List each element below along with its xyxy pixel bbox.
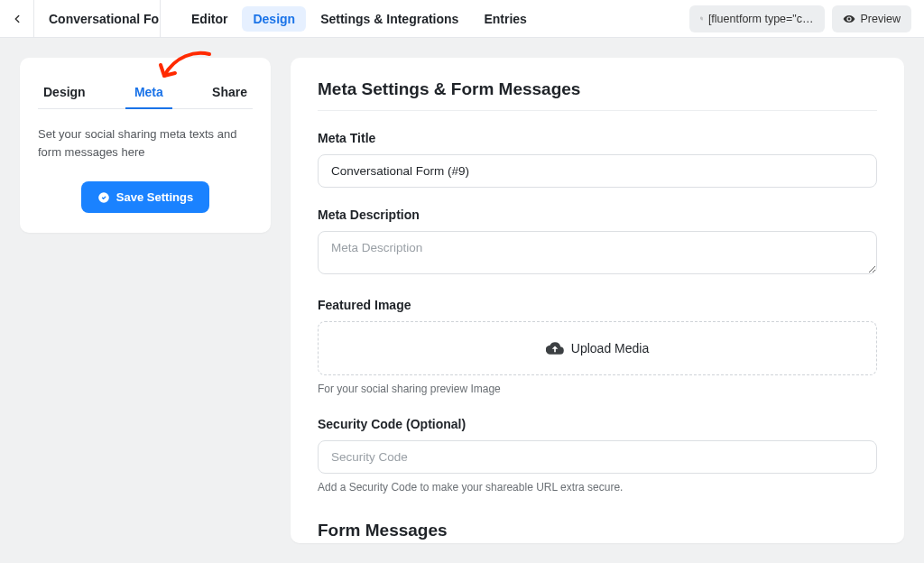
nav-entries[interactable]: Entries bbox=[473, 6, 537, 32]
top-nav: Editor Design Settings & Integrations En… bbox=[161, 0, 689, 38]
save-button-label: Save Settings bbox=[116, 190, 193, 204]
nav-design[interactable]: Design bbox=[242, 6, 306, 32]
check-circle-icon bbox=[97, 191, 110, 204]
cloud-upload-icon bbox=[546, 339, 564, 357]
section-divider bbox=[318, 110, 877, 111]
nav-editor[interactable]: Editor bbox=[180, 6, 238, 32]
tab-design[interactable]: Design bbox=[38, 78, 91, 108]
save-button[interactable]: Save Settings bbox=[81, 181, 209, 213]
preview-label: Preview bbox=[861, 13, 901, 25]
input-meta-title[interactable] bbox=[318, 154, 877, 188]
topbar-right: [fluentform type="c… Preview bbox=[689, 5, 911, 32]
label-security-code: Security Code (Optional) bbox=[318, 417, 877, 431]
label-meta-title: Meta Title bbox=[318, 131, 877, 145]
page-heading: Meta Settings & Form Messages bbox=[318, 79, 877, 99]
field-meta-description: Meta Description bbox=[318, 208, 877, 278]
copy-icon bbox=[700, 13, 703, 24]
main-panel: Meta Settings & Form Messages Meta Title… bbox=[291, 58, 904, 543]
label-featured-image: Featured Image bbox=[318, 298, 877, 312]
form-title: Conversational Form… bbox=[34, 0, 161, 38]
back-button[interactable] bbox=[0, 0, 34, 38]
tab-share[interactable]: Share bbox=[207, 78, 253, 108]
hint-security-code: Add a Security Code to make your shareab… bbox=[318, 480, 877, 495]
shortcode-text: [fluentform type="c… bbox=[708, 13, 814, 25]
sidebar-helper-text: Set your social sharing meta texts and f… bbox=[38, 125, 253, 162]
input-security-code[interactable] bbox=[318, 440, 877, 474]
sidebar-panel: Design Meta Share Set your social sharin… bbox=[20, 58, 271, 233]
textarea-meta-description[interactable] bbox=[318, 231, 877, 274]
preview-button[interactable]: Preview bbox=[832, 5, 911, 32]
upload-media-button[interactable]: Upload Media bbox=[318, 321, 877, 375]
shortcode-chip[interactable]: [fluentform type="c… bbox=[689, 5, 825, 32]
nav-settings[interactable]: Settings & Integrations bbox=[310, 6, 469, 32]
form-messages-heading: Form Messages bbox=[318, 521, 877, 540]
tab-meta[interactable]: Meta bbox=[129, 78, 169, 108]
hint-featured-image: For your social sharing preview Image bbox=[318, 382, 877, 397]
field-featured-image: Featured Image Upload Media For your soc… bbox=[318, 298, 877, 397]
page-body: Design Meta Share Set your social sharin… bbox=[0, 38, 924, 563]
eye-icon bbox=[843, 13, 855, 25]
field-security-code: Security Code (Optional) Add a Security … bbox=[318, 417, 877, 495]
sidebar-tabs: Design Meta Share bbox=[38, 78, 253, 109]
label-meta-description: Meta Description bbox=[318, 208, 877, 222]
topbar: Conversational Form… Editor Design Setti… bbox=[0, 0, 924, 38]
chevron-left-icon bbox=[11, 13, 23, 25]
svg-rect-0 bbox=[701, 18, 703, 20]
upload-media-label: Upload Media bbox=[571, 341, 649, 355]
field-meta-title: Meta Title bbox=[318, 131, 877, 188]
